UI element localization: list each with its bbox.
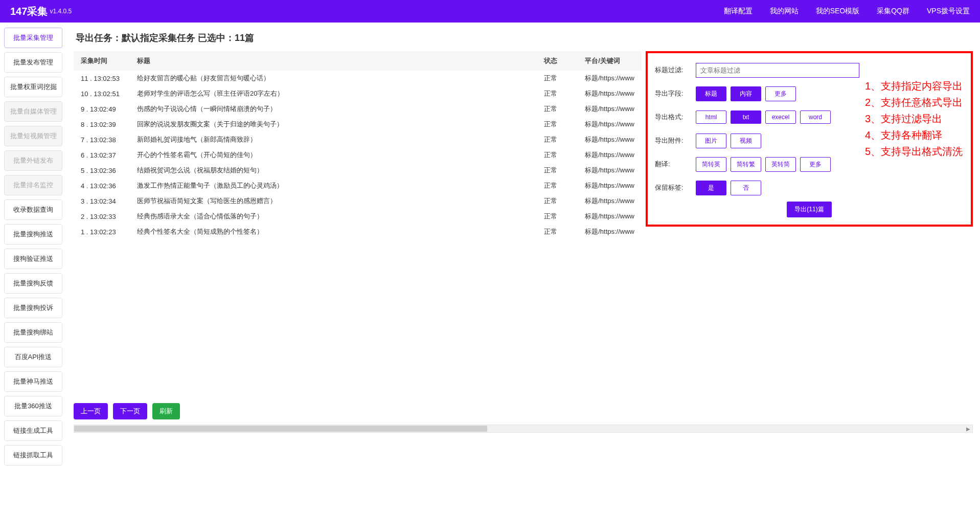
sidebar-item: 批量排名监控 (4, 175, 62, 195)
table-cell: 10 . 13:02:51 (74, 86, 130, 101)
refresh-button[interactable]: 刷新 (152, 403, 180, 419)
table-cell: 标题/https://www (578, 132, 642, 147)
table-row[interactable]: 1 . 13:02:23经典个性签名大全（简短成熟的个性签名）正常标题/http… (74, 224, 642, 239)
topnav-link[interactable]: 我的SEO模版 (816, 7, 860, 16)
sidebar-item[interactable]: 百度API推送 (4, 347, 62, 367)
table-header: 采集时间 (74, 51, 130, 71)
table-row[interactable]: 4 . 13:02:36激发工作热情正能量句子（激励员工的心灵鸡汤）正常标题/h… (74, 178, 642, 193)
horizontal-scrollbar[interactable]: ▶ (74, 425, 973, 433)
table-cell: 回家的说说发朋友圈文案（关于归途的唯美句子） (130, 117, 537, 132)
scrollbar-thumb[interactable] (74, 426, 487, 432)
sidebar-item[interactable]: 收录数据查询 (4, 199, 62, 220)
sidebar-item[interactable]: 批量搜狗推送 (4, 224, 62, 245)
feature-item: 5、支持导出格式清洗 (865, 143, 963, 160)
export-translate-option[interactable]: 简转英 (696, 157, 726, 172)
table-cell: 5 . 13:02:36 (74, 163, 130, 178)
export-keeptag-option[interactable]: 否 (731, 181, 761, 195)
table-cell: 9 . 13:02:49 (74, 101, 130, 117)
title-filter-input[interactable] (696, 63, 859, 78)
table-row[interactable]: 5 . 13:02:36结婚祝贺词怎么说（祝福朋友结婚的短句）正常标题/http… (74, 163, 642, 178)
table-cell: 6 . 13:02:37 (74, 147, 130, 163)
table-row[interactable]: 3 . 13:02:34医师节祝福语简短文案（写给医生的感恩赠言）正常标题/ht… (74, 193, 642, 209)
scroll-right-arrow[interactable]: ▶ (964, 425, 972, 432)
sidebar-item[interactable]: 批量权重词挖掘 (4, 77, 62, 97)
export-format-option[interactable]: word (800, 110, 831, 124)
table-cell: 3 . 13:02:34 (74, 193, 130, 209)
label-keeptag: 保留标签: (655, 183, 696, 192)
table-cell: 正常 (537, 86, 578, 101)
export-button[interactable]: 导出(11)篇 (787, 202, 831, 217)
export-field-option[interactable]: 更多 (765, 86, 796, 101)
prev-page-button[interactable]: 上一页 (74, 403, 108, 419)
feature-item: 1、支持指定内容导出 (865, 78, 963, 94)
sidebar-item[interactable]: 批量搜狗绑站 (4, 322, 62, 343)
table-cell: 正常 (537, 193, 578, 209)
sidebar-item[interactable]: 批量搜狗反馈 (4, 273, 62, 294)
sidebar-item[interactable]: 搜狗验证推送 (4, 249, 62, 269)
table-cell: 正常 (537, 209, 578, 224)
export-attach-option[interactable]: 图片 (696, 134, 726, 148)
table-cell: 标题/https://www (578, 86, 642, 101)
next-page-button[interactable]: 下一页 (113, 403, 147, 419)
export-panel: 标题过滤: 导出字段: 标题内容更多 导出格式: htmltxtexecelwo… (646, 51, 973, 227)
sidebar-item[interactable]: 链接抓取工具 (4, 445, 62, 465)
table-row[interactable]: 6 . 13:02:37开心的个性签名霸气（开心简短的佳句）正常标题/https… (74, 147, 642, 163)
label-fields: 导出字段: (655, 89, 696, 98)
sidebar-item[interactable]: 批量360推送 (4, 396, 62, 416)
export-format-option[interactable]: html (696, 110, 726, 124)
table-cell: 标题/https://www (578, 209, 642, 224)
table-cell: 2 . 13:02:33 (74, 209, 130, 224)
table-row[interactable]: 7 . 13:02:38新郎婚礼贺词接地气（新郎高情商致辞）正常标题/https… (74, 132, 642, 147)
feature-item: 3、支持过滤导出 (865, 110, 963, 127)
table-row[interactable]: 9 . 13:02:49伤感的句子说说心情（一瞬间情绪崩溃的句子）正常标题/ht… (74, 101, 642, 117)
sidebar-item[interactable]: 批量采集管理 (4, 28, 62, 48)
table-cell: 开心的个性签名霸气（开心简短的佳句） (130, 147, 537, 163)
table-cell: 标题/https://www (578, 117, 642, 132)
table-cell: 标题/https://www (578, 101, 642, 117)
export-field-option[interactable]: 标题 (696, 86, 726, 101)
table-row[interactable]: 10 . 13:02:51老师对学生的评语怎么写（班主任评语20字左右）正常标题… (74, 86, 642, 101)
table-cell: 激发工作热情正能量句子（激励员工的心灵鸡汤） (130, 178, 537, 193)
page-title: 导出任务：默认指定采集任务 已选中：11篇 (76, 32, 973, 44)
sidebar-item[interactable]: 链接生成工具 (4, 420, 62, 441)
topnav-link[interactable]: VPS拨号设置 (927, 7, 970, 16)
table-header: 平台/关键词 (578, 51, 642, 71)
sidebar-item[interactable]: 批量神马推送 (4, 371, 62, 392)
table-cell: 标题/https://www (578, 178, 642, 193)
top-nav: 翻译配置我的网站我的SEO模版采集QQ群VPS拨号设置 (724, 7, 970, 16)
label-translate: 翻译: (655, 160, 696, 169)
export-attach-option[interactable]: 视频 (731, 134, 761, 148)
feature-highlight: 1、支持指定内容导出2、支持任意格式导出3、支持过滤导出4、支持各种翻译5、支持… (865, 78, 963, 160)
brand-version: v1.4.0.5 (50, 8, 72, 15)
main-content: 导出任务：默认指定采集任务 已选中：11篇 采集时间标题状态平台/关键词 11 … (66, 23, 980, 471)
export-translate-option[interactable]: 英转简 (765, 157, 796, 172)
table-cell: 老师对学生的评语怎么写（班主任评语20字左右） (130, 86, 537, 101)
export-translate-option[interactable]: 更多 (800, 157, 831, 172)
table-cell: 标题/https://www (578, 147, 642, 163)
sidebar-item: 批量短视频管理 (4, 126, 62, 146)
table-cell: 正常 (537, 101, 578, 117)
export-field-option[interactable]: 内容 (731, 86, 761, 101)
sidebar-item[interactable]: 批量发布管理 (4, 52, 62, 73)
table-row[interactable]: 8 . 13:02:39回家的说说发朋友圈文案（关于归途的唯美句子）正常标题/h… (74, 117, 642, 132)
topnav-link[interactable]: 翻译配置 (724, 7, 753, 16)
task-table-wrap: 采集时间标题状态平台/关键词 11 . 13:02:53给好友留言的暖心贴（好友… (74, 51, 642, 239)
export-translate-option[interactable]: 简转繁 (731, 157, 761, 172)
sidebar: 批量采集管理批量发布管理批量权重词挖掘批量自媒体管理批量短视频管理批量外链发布批… (0, 23, 66, 471)
topnav-link[interactable]: 采集QQ群 (877, 7, 909, 16)
table-row[interactable]: 11 . 13:02:53给好友留言的暖心贴（好友留言短句暖心话）正常标题/ht… (74, 71, 642, 86)
table-cell: 正常 (537, 117, 578, 132)
sidebar-item[interactable]: 批量搜狗投诉 (4, 298, 62, 318)
export-format-option[interactable]: execel (765, 110, 796, 124)
table-header: 标题 (130, 51, 537, 71)
topnav-link[interactable]: 我的网站 (770, 7, 799, 16)
table-cell: 经典伤感语录大全（适合心情低落的句子） (130, 209, 537, 224)
table-row[interactable]: 2 . 13:02:33经典伤感语录大全（适合心情低落的句子）正常标题/http… (74, 209, 642, 224)
export-keeptag-option[interactable]: 是 (696, 181, 726, 195)
export-format-option[interactable]: txt (731, 110, 761, 124)
table-cell: 正常 (537, 224, 578, 239)
table-cell: 伤感的句子说说心情（一瞬间情绪崩溃的句子） (130, 101, 537, 117)
sidebar-item: 批量自媒体管理 (4, 101, 62, 122)
table-cell: 1 . 13:02:23 (74, 224, 130, 239)
table-cell: 经典个性签名大全（简短成熟的个性签名） (130, 224, 537, 239)
